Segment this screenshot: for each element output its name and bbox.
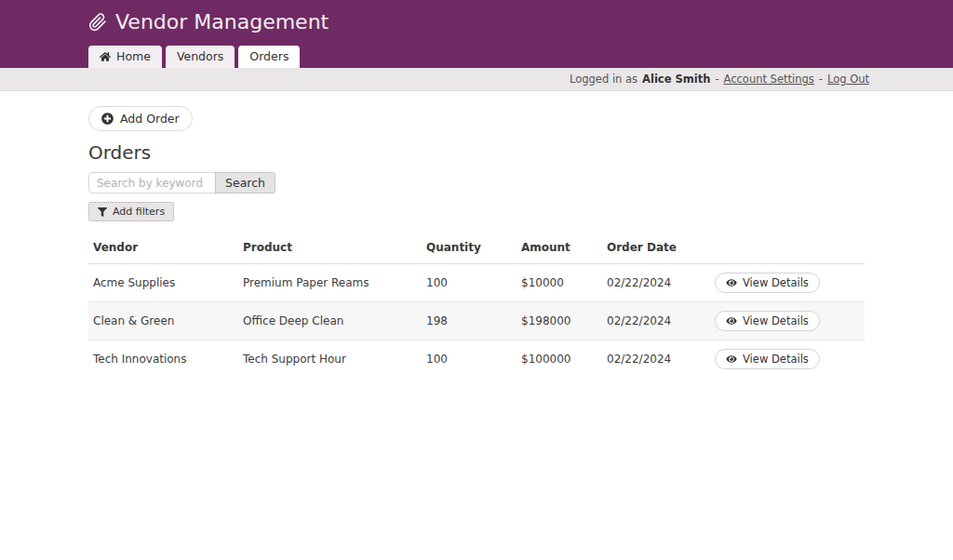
table-header-row: Vendor Product Quantity Amount Order Dat… bbox=[88, 235, 865, 264]
cell-actions: View Details bbox=[710, 264, 865, 302]
page-title: Orders bbox=[88, 141, 865, 164]
cell-vendor: Acme Supplies bbox=[88, 264, 238, 302]
main-content: Add Order Orders Search Add filters Vend… bbox=[88, 91, 865, 379]
logged-in-text: Logged in as bbox=[570, 73, 638, 86]
col-header-actions bbox=[710, 235, 865, 264]
cell-amount: $100000 bbox=[517, 340, 602, 379]
view-details-button[interactable]: View Details bbox=[715, 273, 820, 293]
eye-icon bbox=[726, 316, 737, 326]
eye-icon bbox=[726, 354, 737, 364]
search-input[interactable] bbox=[88, 172, 216, 193]
view-details-button[interactable]: View Details bbox=[715, 349, 820, 369]
filter-icon bbox=[98, 207, 107, 217]
tab-home-label: Home bbox=[116, 49, 151, 63]
cell-product: Tech Support Hour bbox=[238, 340, 422, 379]
cell-order-date: 02/22/2024 bbox=[602, 340, 710, 379]
cell-quantity: 100 bbox=[422, 340, 517, 379]
view-details-label: View Details bbox=[743, 353, 809, 366]
session-bar: Logged in as Alice Smith - Account Setti… bbox=[0, 68, 953, 91]
cell-order-date: 02/22/2024 bbox=[602, 302, 710, 340]
add-order-label: Add Order bbox=[120, 112, 180, 126]
cell-vendor: Clean & Green bbox=[88, 302, 238, 340]
cell-actions: View Details bbox=[710, 340, 865, 379]
app-title: Vendor Management bbox=[115, 10, 329, 34]
search-button[interactable]: Search bbox=[215, 172, 275, 193]
tab-orders[interactable]: Orders bbox=[238, 46, 300, 68]
tab-orders-label: Orders bbox=[249, 49, 289, 63]
cell-actions: View Details bbox=[710, 302, 865, 340]
cell-amount: $198000 bbox=[517, 302, 602, 340]
separator: - bbox=[819, 73, 823, 86]
add-order-button[interactable]: Add Order bbox=[88, 106, 193, 131]
table-row: Acme Supplies Premium Paper Reams 100 $1… bbox=[88, 264, 865, 302]
orders-table: Vendor Product Quantity Amount Order Dat… bbox=[88, 235, 865, 379]
col-header-amount: Amount bbox=[517, 235, 602, 264]
search-bar: Search bbox=[88, 172, 865, 193]
cell-amount: $10000 bbox=[517, 264, 602, 302]
home-icon bbox=[100, 51, 111, 62]
eye-icon bbox=[726, 278, 737, 287]
app-header: Vendor Management Home Vendors Orders bbox=[0, 0, 953, 68]
view-details-label: View Details bbox=[743, 314, 809, 327]
cell-vendor: Tech Innovations bbox=[88, 340, 238, 379]
table-row: Clean & Green Office Deep Clean 198 $198… bbox=[88, 302, 865, 340]
cell-quantity: 198 bbox=[422, 302, 517, 340]
plus-circle-icon bbox=[101, 113, 114, 125]
cell-quantity: 100 bbox=[422, 264, 517, 302]
cell-product: Premium Paper Reams bbox=[238, 264, 422, 302]
app-title-bar: Vendor Management bbox=[88, 0, 865, 34]
table-row: Tech Innovations Tech Support Hour 100 $… bbox=[88, 340, 865, 379]
col-header-vendor: Vendor bbox=[88, 235, 238, 264]
col-header-product: Product bbox=[238, 235, 422, 264]
col-header-order-date: Order Date bbox=[602, 235, 710, 264]
view-details-label: View Details bbox=[743, 276, 809, 289]
cell-order-date: 02/22/2024 bbox=[602, 264, 710, 302]
separator: - bbox=[715, 73, 718, 86]
account-settings-link[interactable]: Account Settings bbox=[724, 73, 814, 86]
col-header-quantity: Quantity bbox=[422, 235, 517, 264]
add-filters-button[interactable]: Add filters bbox=[88, 202, 174, 221]
main-nav: Home Vendors Orders bbox=[88, 46, 300, 68]
tab-vendors-label: Vendors bbox=[177, 49, 223, 63]
add-filters-label: Add filters bbox=[113, 206, 165, 218]
cell-product: Office Deep Clean bbox=[238, 302, 422, 340]
tab-home[interactable]: Home bbox=[88, 46, 162, 68]
tab-vendors[interactable]: Vendors bbox=[166, 46, 235, 68]
user-name: Alice Smith bbox=[642, 73, 710, 86]
view-details-button[interactable]: View Details bbox=[715, 311, 820, 331]
log-out-link[interactable]: Log Out bbox=[827, 73, 869, 86]
paperclip-icon bbox=[88, 13, 107, 32]
